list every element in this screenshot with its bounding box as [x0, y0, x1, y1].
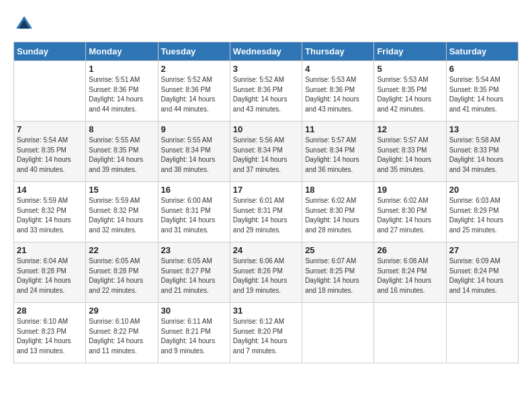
day-info: Sunrise: 6:05 AMSunset: 8:27 PMDaylight:… — [161, 257, 227, 295]
day-number: 21 — [17, 245, 83, 255]
day-info: Sunrise: 5:55 AMSunset: 8:35 PMDaylight:… — [89, 136, 154, 175]
day-info: Sunrise: 6:05 AMSunset: 8:28 PMDaylight:… — [89, 257, 154, 295]
day-number: 16 — [161, 185, 227, 195]
day-number: 23 — [161, 245, 227, 255]
day-info: Sunrise: 5:57 AMSunset: 8:33 PMDaylight:… — [377, 136, 443, 175]
day-info: Sunrise: 6:08 AMSunset: 8:24 PMDaylight:… — [377, 257, 443, 295]
day-cell: 15 Sunrise: 5:59 AMSunset: 8:32 PMDaylig… — [86, 182, 158, 242]
day-number: 22 — [89, 245, 154, 255]
day-info: Sunrise: 6:03 AMSunset: 8:29 PMDaylight:… — [449, 196, 515, 235]
day-number: 4 — [305, 64, 371, 74]
day-info: Sunrise: 5:56 AMSunset: 8:34 PMDaylight:… — [233, 136, 299, 175]
day-cell: 29 Sunrise: 6:10 AMSunset: 8:22 PMDaylig… — [86, 303, 158, 363]
day-cell: 5 Sunrise: 5:53 AMSunset: 8:35 PMDayligh… — [374, 61, 446, 122]
day-info: Sunrise: 5:58 AMSunset: 8:33 PMDaylight:… — [449, 136, 515, 175]
day-number: 19 — [377, 185, 443, 195]
day-info: Sunrise: 5:52 AMSunset: 8:36 PMDaylight:… — [161, 75, 227, 114]
day-cell: 16 Sunrise: 6:00 AMSunset: 8:31 PMDaylig… — [158, 182, 230, 242]
day-number: 29 — [89, 306, 154, 316]
weekday-monday: Monday — [86, 42, 158, 61]
weekday-header-row: SundayMondayTuesdayWednesdayThursdayFrid… — [14, 42, 519, 61]
day-cell: 18 Sunrise: 6:02 AMSunset: 8:30 PMDaylig… — [302, 182, 374, 242]
day-info: Sunrise: 6:02 AMSunset: 8:30 PMDaylight:… — [377, 196, 443, 235]
logo — [13, 13, 38, 35]
calendar-table: SundayMondayTuesdayWednesdayThursdayFrid… — [13, 42, 519, 363]
day-info: Sunrise: 5:53 AMSunset: 8:35 PMDaylight:… — [377, 75, 443, 114]
day-cell: 26 Sunrise: 6:08 AMSunset: 8:24 PMDaylig… — [374, 242, 446, 303]
day-number: 12 — [377, 124, 443, 134]
day-number: 13 — [449, 124, 515, 134]
day-info: Sunrise: 5:59 AMSunset: 8:32 PMDaylight:… — [89, 196, 154, 235]
day-number: 1 — [89, 64, 154, 74]
week-row-5: 28 Sunrise: 6:10 AMSunset: 8:23 PMDaylig… — [14, 303, 519, 363]
day-cell: 3 Sunrise: 5:52 AMSunset: 8:36 PMDayligh… — [230, 61, 302, 122]
day-cell: 4 Sunrise: 5:53 AMSunset: 8:36 PMDayligh… — [302, 61, 374, 122]
day-cell: 7 Sunrise: 5:54 AMSunset: 8:35 PMDayligh… — [14, 122, 86, 182]
weekday-wednesday: Wednesday — [230, 42, 302, 61]
day-cell: 22 Sunrise: 6:05 AMSunset: 8:28 PMDaylig… — [86, 242, 158, 303]
day-info: Sunrise: 5:57 AMSunset: 8:34 PMDaylight:… — [305, 136, 371, 175]
day-info: Sunrise: 5:53 AMSunset: 8:36 PMDaylight:… — [305, 75, 371, 114]
calendar-header: SundayMondayTuesdayWednesdayThursdayFrid… — [14, 42, 519, 61]
weekday-saturday: Saturday — [446, 42, 518, 61]
day-info: Sunrise: 5:59 AMSunset: 8:32 PMDaylight:… — [17, 196, 83, 235]
day-number: 9 — [161, 124, 227, 134]
day-cell: 6 Sunrise: 5:54 AMSunset: 8:35 PMDayligh… — [446, 61, 518, 122]
day-cell: 1 Sunrise: 5:51 AMSunset: 8:36 PMDayligh… — [86, 61, 158, 122]
day-number: 10 — [233, 124, 299, 134]
day-info: Sunrise: 5:51 AMSunset: 8:36 PMDaylight:… — [89, 75, 154, 114]
day-number: 27 — [449, 245, 515, 255]
day-cell: 25 Sunrise: 6:07 AMSunset: 8:25 PMDaylig… — [302, 242, 374, 303]
day-cell: 23 Sunrise: 6:05 AMSunset: 8:27 PMDaylig… — [158, 242, 230, 303]
day-cell: 30 Sunrise: 6:11 AMSunset: 8:21 PMDaylig… — [158, 303, 230, 363]
day-number: 6 — [449, 64, 515, 74]
week-row-4: 21 Sunrise: 6:04 AMSunset: 8:28 PMDaylig… — [14, 242, 519, 303]
day-number: 20 — [449, 185, 515, 195]
day-number: 3 — [233, 64, 299, 74]
day-info: Sunrise: 6:10 AMSunset: 8:22 PMDaylight:… — [89, 317, 154, 356]
day-info: Sunrise: 6:07 AMSunset: 8:25 PMDaylight:… — [305, 257, 371, 295]
day-number: 24 — [233, 245, 299, 255]
day-info: Sunrise: 5:54 AMSunset: 8:35 PMDaylight:… — [449, 75, 515, 114]
day-info: Sunrise: 6:11 AMSunset: 8:21 PMDaylight:… — [161, 317, 227, 356]
day-number: 18 — [305, 185, 371, 195]
day-info: Sunrise: 6:02 AMSunset: 8:30 PMDaylight:… — [305, 196, 371, 235]
day-cell: 20 Sunrise: 6:03 AMSunset: 8:29 PMDaylig… — [446, 182, 518, 242]
day-cell: 10 Sunrise: 5:56 AMSunset: 8:34 PMDaylig… — [230, 122, 302, 182]
day-number: 28 — [17, 306, 83, 316]
day-cell — [446, 303, 518, 363]
day-number: 31 — [233, 306, 299, 316]
day-info: Sunrise: 6:01 AMSunset: 8:31 PMDaylight:… — [233, 196, 299, 235]
week-row-1: 1 Sunrise: 5:51 AMSunset: 8:36 PMDayligh… — [14, 61, 519, 122]
day-cell: 12 Sunrise: 5:57 AMSunset: 8:33 PMDaylig… — [374, 122, 446, 182]
day-cell: 27 Sunrise: 6:09 AMSunset: 8:24 PMDaylig… — [446, 242, 518, 303]
day-cell: 28 Sunrise: 6:10 AMSunset: 8:23 PMDaylig… — [14, 303, 86, 363]
day-cell: 17 Sunrise: 6:01 AMSunset: 8:31 PMDaylig… — [230, 182, 302, 242]
day-number: 7 — [17, 124, 83, 134]
day-cell: 9 Sunrise: 5:55 AMSunset: 8:34 PMDayligh… — [158, 122, 230, 182]
day-number: 2 — [161, 64, 227, 74]
day-number: 30 — [161, 306, 227, 316]
day-cell: 2 Sunrise: 5:52 AMSunset: 8:36 PMDayligh… — [158, 61, 230, 122]
day-cell — [302, 303, 374, 363]
weekday-tuesday: Tuesday — [158, 42, 230, 61]
day-cell: 11 Sunrise: 5:57 AMSunset: 8:34 PMDaylig… — [302, 122, 374, 182]
week-row-2: 7 Sunrise: 5:54 AMSunset: 8:35 PMDayligh… — [14, 122, 519, 182]
logo-icon — [13, 13, 35, 35]
day-info: Sunrise: 6:12 AMSunset: 8:20 PMDaylight:… — [233, 317, 299, 356]
weekday-friday: Friday — [374, 42, 446, 61]
day-info: Sunrise: 6:06 AMSunset: 8:26 PMDaylight:… — [233, 257, 299, 295]
day-cell: 31 Sunrise: 6:12 AMSunset: 8:20 PMDaylig… — [230, 303, 302, 363]
day-cell: 13 Sunrise: 5:58 AMSunset: 8:33 PMDaylig… — [446, 122, 518, 182]
day-cell: 8 Sunrise: 5:55 AMSunset: 8:35 PMDayligh… — [86, 122, 158, 182]
weekday-sunday: Sunday — [14, 42, 86, 61]
day-cell: 24 Sunrise: 6:06 AMSunset: 8:26 PMDaylig… — [230, 242, 302, 303]
day-number: 5 — [377, 64, 443, 74]
day-number: 14 — [17, 185, 83, 195]
day-cell — [14, 61, 86, 122]
day-cell: 19 Sunrise: 6:02 AMSunset: 8:30 PMDaylig… — [374, 182, 446, 242]
day-number: 17 — [233, 185, 299, 195]
day-cell — [374, 303, 446, 363]
day-info: Sunrise: 5:55 AMSunset: 8:34 PMDaylight:… — [161, 136, 227, 175]
page-header — [13, 13, 519, 35]
